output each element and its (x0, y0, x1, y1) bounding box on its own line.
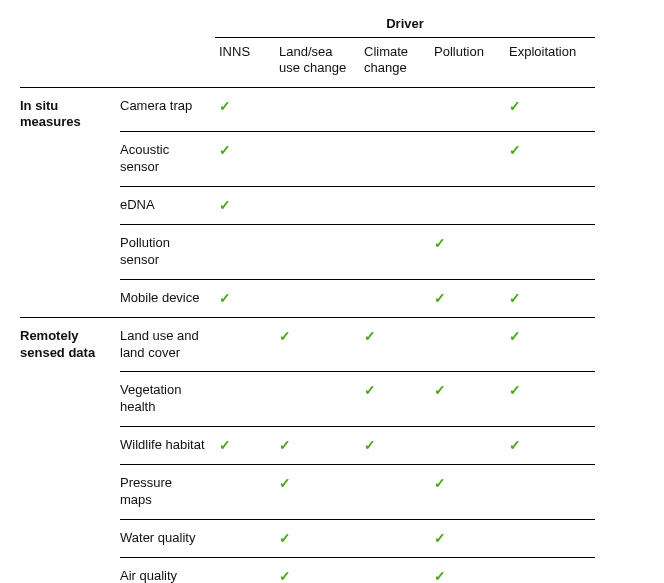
check-icon: ✓ (219, 290, 231, 306)
cell (430, 187, 505, 224)
col-head-exploitation: Exploitation (505, 38, 595, 87)
row-label: Air quality (120, 558, 215, 583)
check-icon: ✓ (509, 142, 521, 158)
cell (430, 132, 505, 186)
check-icon: ✓ (434, 382, 446, 398)
cell (430, 88, 505, 132)
cell (360, 132, 430, 186)
cell: ✓ (360, 427, 430, 464)
cell: ✓ (505, 427, 595, 464)
cell (215, 225, 275, 279)
cell (505, 187, 595, 224)
check-icon: ✓ (364, 437, 376, 453)
check-icon: ✓ (219, 437, 231, 453)
cell: ✓ (505, 280, 595, 317)
col-head-climate: Climate change (360, 38, 430, 87)
cell (360, 520, 430, 557)
cell (360, 558, 430, 583)
cell (505, 465, 595, 519)
check-icon: ✓ (279, 530, 291, 546)
check-icon: ✓ (364, 328, 376, 344)
cell: ✓ (430, 558, 505, 583)
cell: ✓ (430, 520, 505, 557)
cell: ✓ (360, 318, 430, 372)
cell: ✓ (505, 88, 595, 132)
check-icon: ✓ (434, 530, 446, 546)
cell (430, 427, 505, 464)
check-icon: ✓ (279, 437, 291, 453)
cell (505, 520, 595, 557)
cell (360, 465, 430, 519)
check-icon: ✓ (279, 328, 291, 344)
cell (215, 520, 275, 557)
cell (360, 280, 430, 317)
cell (505, 225, 595, 279)
cell (275, 372, 360, 426)
row-label: Mobile device (120, 280, 215, 317)
row-label: Land use and land cover (120, 318, 215, 372)
row-label: Camera trap (120, 88, 215, 132)
cell: ✓ (215, 88, 275, 132)
row-label: Vegetation health (120, 372, 215, 426)
cell (275, 88, 360, 132)
check-icon: ✓ (434, 235, 446, 251)
check-icon: ✓ (364, 382, 376, 398)
cell (215, 372, 275, 426)
driver-table: Driver INNS Land/sea use change Climate … (20, 16, 644, 583)
row-label: Pollution sensor (120, 225, 215, 279)
check-icon: ✓ (434, 568, 446, 583)
cell (215, 318, 275, 372)
cell: ✓ (505, 372, 595, 426)
cell: ✓ (215, 132, 275, 186)
check-icon: ✓ (219, 197, 231, 213)
col-head-pollution: Pollution (430, 38, 505, 87)
cell: ✓ (275, 520, 360, 557)
cell (275, 187, 360, 224)
cell (430, 318, 505, 372)
cell: ✓ (275, 427, 360, 464)
cell: ✓ (215, 187, 275, 224)
cell (505, 558, 595, 583)
cell (275, 132, 360, 186)
check-icon: ✓ (434, 290, 446, 306)
cell: ✓ (430, 372, 505, 426)
cell (360, 225, 430, 279)
row-label: eDNA (120, 187, 215, 224)
row-label: Wildlife habitat (120, 427, 215, 464)
group-label-in-situ: In situ measures (20, 88, 120, 132)
check-icon: ✓ (434, 475, 446, 491)
col-head-landsea: Land/sea use change (275, 38, 360, 87)
cell: ✓ (505, 318, 595, 372)
cell (360, 187, 430, 224)
cell: ✓ (215, 427, 275, 464)
cell (360, 88, 430, 132)
row-label: Water quality (120, 520, 215, 557)
row-label: Pressure maps (120, 465, 215, 519)
cell: ✓ (505, 132, 595, 186)
cell (275, 280, 360, 317)
check-icon: ✓ (509, 437, 521, 453)
cell: ✓ (275, 558, 360, 583)
table-super-header: Driver (215, 16, 595, 37)
check-icon: ✓ (509, 328, 521, 344)
row-label: Acoustic sensor (120, 132, 215, 186)
cell: ✓ (430, 280, 505, 317)
check-icon: ✓ (219, 142, 231, 158)
cell: ✓ (215, 280, 275, 317)
check-icon: ✓ (509, 290, 521, 306)
cell: ✓ (430, 465, 505, 519)
cell (215, 465, 275, 519)
cell (215, 558, 275, 583)
cell: ✓ (360, 372, 430, 426)
cell: ✓ (275, 465, 360, 519)
col-head-inns: INNS (215, 38, 275, 87)
check-icon: ✓ (219, 98, 231, 114)
cell (275, 225, 360, 279)
check-icon: ✓ (279, 568, 291, 583)
cell: ✓ (275, 318, 360, 372)
cell: ✓ (430, 225, 505, 279)
group-label-remote: Remotely sensed data (20, 318, 120, 372)
check-icon: ✓ (509, 382, 521, 398)
check-icon: ✓ (509, 98, 521, 114)
check-icon: ✓ (279, 475, 291, 491)
